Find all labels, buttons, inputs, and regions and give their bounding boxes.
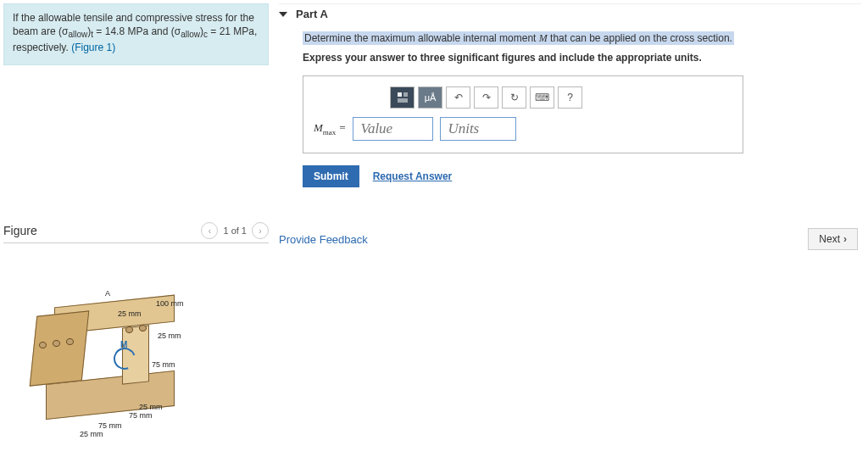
next-label: Next xyxy=(819,233,840,245)
undo-button[interactable]: ↶ xyxy=(446,86,470,109)
sigma-c-sym: (σallow)c xyxy=(171,25,208,37)
units-input[interactable] xyxy=(440,117,516,141)
help-button[interactable]: ? xyxy=(558,86,582,109)
dim-75b: 75 mm xyxy=(129,411,153,420)
figure-link[interactable]: (Figure 1) xyxy=(71,42,115,53)
chevron-right-icon: › xyxy=(843,233,847,245)
sigma-t-val: = 14.8 MPa xyxy=(96,25,148,37)
template-button[interactable] xyxy=(390,86,415,109)
svg-rect-2 xyxy=(398,98,408,103)
answer-box: μÅ ↶ ↷ ↻ ⌨ ? Mmax = xyxy=(303,75,743,153)
value-input[interactable] xyxy=(353,117,433,141)
submit-button[interactable]: Submit xyxy=(303,165,359,187)
reset-button[interactable]: ↻ xyxy=(502,86,526,109)
moment-label: M xyxy=(120,340,127,349)
svg-rect-1 xyxy=(403,92,408,97)
dim-A: A xyxy=(105,289,110,298)
provide-feedback-link[interactable]: Provide Feedback xyxy=(279,233,368,246)
dim-100: 100 mm xyxy=(156,299,184,308)
figure-pager: ‹ 1 of 1 › xyxy=(201,222,269,239)
dim-25d: 25 mm xyxy=(80,430,103,437)
dim-25b: 25 mm xyxy=(158,332,181,340)
dim-25c: 25 mm xyxy=(139,403,163,411)
svg-rect-0 xyxy=(398,92,402,97)
question-line: Determine the maximum allowable internal… xyxy=(303,32,861,45)
next-button[interactable]: Next › xyxy=(808,228,858,250)
problem-statement: If the allowable tensile and compressive… xyxy=(3,3,269,65)
units-button[interactable]: μÅ xyxy=(418,86,442,109)
instruction-text: Express your answer to three significant… xyxy=(303,52,861,64)
problem-and: and xyxy=(151,25,170,37)
answer-toolbar: μÅ ↶ ↷ ↻ ⌨ ? xyxy=(390,86,732,109)
figure-image: M A 100 mm 25 mm 25 mm 75 mm 25 mm 75 mm… xyxy=(20,250,207,437)
fraction-icon xyxy=(397,92,409,103)
dim-75a: 75 mm xyxy=(152,360,175,369)
request-answer-link[interactable]: Request Answer xyxy=(373,170,453,182)
part-a-label: Part A xyxy=(296,8,328,20)
dim-25a: 25 mm xyxy=(118,309,142,318)
keyboard-button[interactable]: ⌨ xyxy=(530,86,554,109)
figure-pager-text: 1 of 1 xyxy=(223,226,247,236)
redo-button[interactable]: ↷ xyxy=(474,86,498,109)
dim-75c: 75 mm xyxy=(98,421,122,430)
mmax-label: Mmax = xyxy=(314,121,346,136)
part-a-header[interactable]: Part A xyxy=(279,3,861,24)
sigma-t-sym: (σallow)t xyxy=(58,25,93,37)
figure-next-button[interactable]: › xyxy=(252,222,269,239)
figure-prev-button[interactable]: ‹ xyxy=(201,222,218,239)
caret-down-icon xyxy=(279,12,287,17)
figure-title: Figure xyxy=(3,224,37,237)
